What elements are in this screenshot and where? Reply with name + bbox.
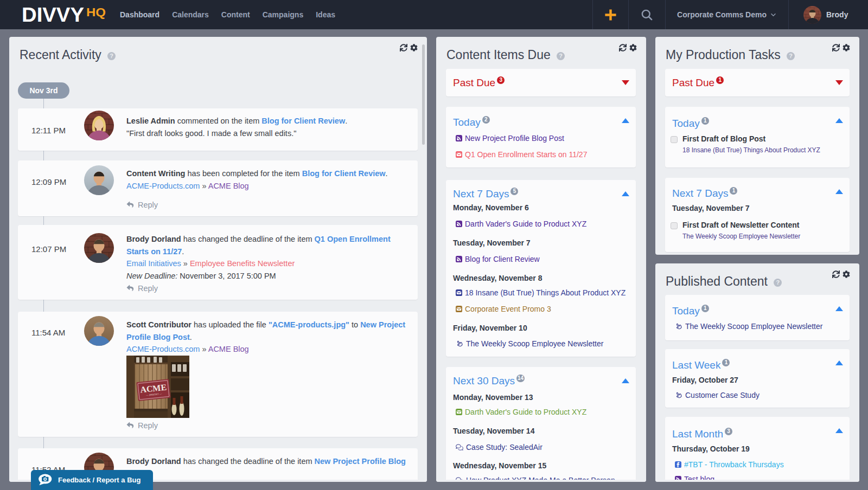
svg-text:HQ: HQ bbox=[86, 5, 106, 19]
svg-text:DIVVY: DIVVY bbox=[22, 4, 84, 26]
